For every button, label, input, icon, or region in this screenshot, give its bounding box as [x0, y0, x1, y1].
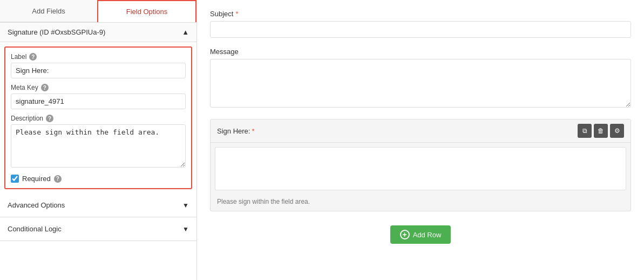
- description-help-icon[interactable]: ?: [46, 115, 53, 122]
- label-field-label: Label ?: [11, 53, 186, 61]
- label-input[interactable]: [11, 63, 186, 78]
- copy-button[interactable]: ⧉: [578, 124, 592, 138]
- signature-actions: ⧉ 🗑 ⚙: [578, 124, 624, 138]
- add-row-button[interactable]: + Add Row: [390, 225, 451, 244]
- advanced-options-accordion: Advanced Options ▼: [0, 194, 196, 217]
- field-options-body: Label ? Meta Key ? Description ? Please …: [4, 46, 192, 189]
- right-panel: Subject * Message Sign Here: * ⧉ 🗑: [197, 0, 644, 280]
- gear-icon: ⚙: [614, 127, 620, 135]
- label-text: Label: [11, 53, 26, 61]
- advanced-options-header[interactable]: Advanced Options ▼: [0, 194, 196, 217]
- signature-required-star: *: [252, 127, 254, 135]
- signature-card-title: Sign Here: *: [217, 127, 254, 135]
- signature-drawing-area: [215, 147, 626, 190]
- delete-button[interactable]: 🗑: [594, 124, 608, 138]
- advanced-options-label: Advanced Options: [8, 201, 65, 209]
- conditional-logic-label: Conditional Logic: [8, 225, 62, 233]
- signature-description: Please sign within the field area.: [211, 195, 631, 211]
- signature-card-header: Sign Here: * ⧉ 🗑 ⚙: [211, 119, 631, 143]
- message-label-text: Message: [210, 48, 239, 56]
- message-group: Message: [210, 48, 631, 109]
- copy-icon: ⧉: [582, 127, 587, 135]
- settings-button[interactable]: ⚙: [610, 124, 624, 138]
- message-textarea[interactable]: [210, 59, 631, 108]
- meta-key-input[interactable]: [11, 94, 186, 109]
- conditional-logic-header[interactable]: Conditional Logic ▼: [0, 217, 196, 241]
- label-help-icon[interactable]: ?: [29, 53, 37, 61]
- conditional-logic-arrow: ▼: [182, 225, 189, 233]
- signature-card: Sign Here: * ⧉ 🗑 ⚙ Please sign within th…: [210, 119, 631, 211]
- conditional-logic-accordion: Conditional Logic ▼: [0, 217, 196, 241]
- subject-required-star: *: [235, 10, 238, 18]
- required-checkbox[interactable]: [11, 175, 19, 183]
- advanced-options-arrow: ▼: [182, 202, 189, 209]
- required-row: Required ?: [11, 175, 186, 183]
- tab-field-options[interactable]: Field Options: [97, 0, 196, 22]
- signature-title-text: Sign Here:: [217, 127, 250, 135]
- tab-bar: Add Fields Field Options: [0, 0, 196, 23]
- field-section-header[interactable]: Signature (ID #OxsbSGPIUa-9) ▲: [0, 23, 196, 42]
- description-text: Description: [11, 115, 43, 122]
- required-help-icon[interactable]: ?: [54, 175, 62, 183]
- meta-key-field-label: Meta Key ?: [11, 84, 186, 91]
- left-panel: Add Fields Field Options Signature (ID #…: [0, 0, 197, 280]
- subject-label: Subject *: [210, 10, 631, 18]
- add-row-container: + Add Row: [210, 221, 631, 248]
- add-row-label: Add Row: [413, 231, 442, 239]
- field-section-title: Signature (ID #OxsbSGPIUa-9): [8, 28, 105, 36]
- subject-group: Subject *: [210, 10, 631, 38]
- label-group: Label ?: [11, 53, 186, 78]
- required-label: Required: [22, 175, 51, 183]
- subject-label-text: Subject: [210, 10, 233, 18]
- meta-key-text: Meta Key: [11, 84, 38, 91]
- description-field-label: Description ?: [11, 115, 186, 122]
- message-label: Message: [210, 48, 631, 56]
- meta-key-group: Meta Key ?: [11, 84, 186, 109]
- subject-input[interactable]: [210, 21, 631, 38]
- trash-icon: 🗑: [598, 127, 604, 135]
- plus-circle-icon: +: [400, 230, 410, 239]
- collapse-icon: ▲: [182, 28, 189, 36]
- description-textarea[interactable]: Please sign within the field area.: [11, 124, 186, 168]
- description-group: Description ? Please sign within the fie…: [11, 115, 186, 169]
- meta-key-help-icon[interactable]: ?: [41, 84, 49, 91]
- tab-add-fields[interactable]: Add Fields: [0, 0, 97, 22]
